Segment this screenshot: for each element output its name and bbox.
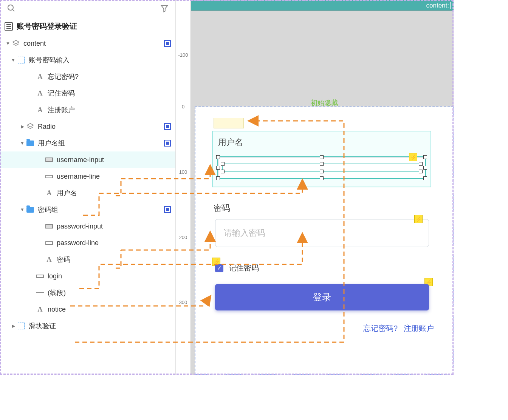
tree-username-group[interactable]: ▼ 用户名组	[0, 135, 175, 151]
forgot-link[interactable]: 忘记密码?	[363, 323, 398, 334]
outline-panel: 账号密码登录验证 ▼ content ▼ 账号密码输入 ▶ A 忘记密码? ▶ …	[0, 0, 176, 375]
login-button[interactable]: 登录	[215, 284, 429, 310]
auth-links: 忘记密码? 注册账户	[363, 323, 434, 334]
page-row[interactable]: 账号密码登录验证	[0, 18, 175, 35]
tree-account-input-group[interactable]: ▼ 账号密码输入	[0, 52, 175, 68]
tree-slider[interactable]: ▶ 滑块验证	[0, 318, 175, 334]
filter-icon[interactable]	[160, 4, 169, 13]
dynamic-panel-indicator[interactable]	[164, 206, 171, 213]
tree-login[interactable]: ▶ login	[0, 268, 175, 284]
tree-register[interactable]: ▶ A 注册账户	[0, 102, 175, 118]
canvas[interactable]: content: 初始隐藏 用户名 ⚡ 密码 请输入密码	[191, 0, 454, 375]
tree-username-label[interactable]: ▶ A 用户名	[0, 185, 175, 201]
text-icon: A	[47, 189, 52, 197]
tree-password-group[interactable]: ▼ 密码组	[0, 201, 175, 218]
text-icon: A	[38, 90, 43, 97]
tree-username-line[interactable]: ▶ username-line	[0, 168, 175, 185]
tree-password-line[interactable]: ▶ password-line	[0, 235, 175, 251]
remember-checkbox[interactable]: ✓ 记住密码	[215, 263, 259, 273]
group-icon	[18, 57, 25, 63]
notice-box[interactable]	[214, 118, 244, 128]
layers-icon	[11, 39, 20, 48]
checkbox-icon: ✓	[215, 264, 223, 272]
svg-marker-4	[27, 124, 34, 127]
dynamic-panel-indicator[interactable]	[164, 140, 171, 147]
page-icon	[5, 22, 13, 31]
password-input[interactable]: 请输入密码 ⚡	[215, 219, 429, 247]
tree-notice[interactable]: ▶ A notice	[0, 301, 175, 318]
annotation-hidden: 初始隐藏	[311, 98, 338, 107]
text-icon: A	[38, 73, 43, 81]
folder-icon	[26, 207, 34, 213]
tree-segment[interactable]: ▶ (线段)	[0, 284, 175, 301]
password-label: 密码	[214, 202, 230, 214]
page-title: 账号密码登录验证	[17, 21, 77, 31]
tree-password-input[interactable]: ▶ password-input	[0, 218, 175, 235]
svg-marker-2	[161, 6, 168, 12]
layer-tree: ▼ content ▼ 账号密码输入 ▶ A 忘记密码? ▶ A 记住密码 ▶ …	[0, 35, 175, 334]
search-icon[interactable]	[7, 4, 16, 13]
tree-forgot[interactable]: ▶ A 忘记密码?	[0, 68, 175, 85]
rect-icon	[36, 275, 44, 278]
dynamic-panel-indicator[interactable]	[164, 123, 171, 130]
group-icon	[18, 323, 25, 329]
svg-marker-3	[13, 40, 19, 44]
textfield-icon	[45, 158, 53, 162]
line-icon	[36, 292, 44, 293]
tree-radio[interactable]: ▶ Radio	[0, 118, 175, 135]
tree-password-label[interactable]: ▶ A 密码	[0, 251, 175, 268]
register-link[interactable]: 注册账户	[404, 323, 434, 334]
textfield-icon	[45, 224, 53, 229]
folder-icon	[26, 141, 34, 146]
interaction-icon[interactable]: ⚡	[409, 153, 417, 161]
svg-point-0	[8, 5, 13, 10]
content-label: content:	[426, 2, 449, 9]
tree-username-input[interactable]: ▶ username-input	[0, 151, 175, 168]
canvas-header: content:	[191, 0, 454, 11]
username-input[interactable]: ⚡	[218, 157, 425, 178]
artboard[interactable]: 初始隐藏 用户名 ⚡ 密码 请输入密码 ⚡ ⚡	[195, 107, 454, 375]
layers-icon	[26, 122, 35, 131]
text-icon: A	[38, 306, 43, 313]
interaction-icon[interactable]: ⚡	[414, 215, 423, 223]
username-label: 用户名	[218, 137, 425, 148]
vertical-ruler: -100 0 100 200 300	[176, 0, 191, 375]
tree-content[interactable]: ▼ content	[0, 35, 175, 52]
rect-icon	[45, 241, 53, 245]
svg-line-1	[12, 9, 14, 11]
username-field-group[interactable]: 用户名 ⚡	[212, 131, 431, 187]
rect-icon	[45, 175, 53, 178]
tree-remember[interactable]: ▶ A 记住密码	[0, 85, 175, 102]
text-icon: A	[38, 106, 43, 114]
text-icon: A	[47, 256, 52, 264]
dynamic-panel-indicator[interactable]	[164, 40, 171, 47]
